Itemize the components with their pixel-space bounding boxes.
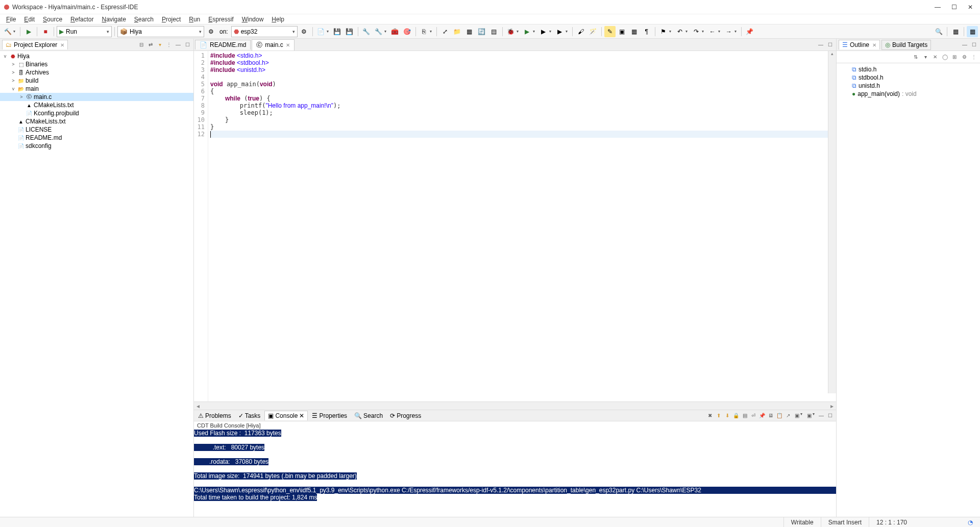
tree-item[interactable]: 📄README.md xyxy=(0,134,193,142)
project-combo[interactable]: 📦Hiya▾ xyxy=(117,26,204,37)
menu-source[interactable]: Source xyxy=(40,16,65,23)
step-icon[interactable]: ⎘ xyxy=(419,26,430,37)
project-tree[interactable]: v ⬣ Hiya >⬚Binaries>🗄Archives>📁buildv📂ma… xyxy=(0,51,193,517)
target-combo[interactable]: ⬣esp32▾ xyxy=(231,26,298,37)
run-green-icon[interactable]: ▶ xyxy=(522,26,533,37)
run-icon[interactable]: ▶ xyxy=(23,26,34,37)
lock-icon[interactable]: 🔒 xyxy=(732,412,740,420)
clear-icon[interactable]: ▤ xyxy=(741,412,749,420)
pin-icon[interactable]: 📌 xyxy=(744,26,755,37)
sort-icon[interactable]: ⇅ xyxy=(912,53,920,61)
save-icon[interactable]: 💾 xyxy=(332,26,343,37)
open-icon[interactable]: ↗ xyxy=(784,412,792,420)
menu-refactor[interactable]: Refactor xyxy=(67,16,96,23)
outline-tab[interactable]: ☰ Outline ✕ xyxy=(839,40,880,49)
wrap-icon[interactable]: ⏎ xyxy=(749,412,757,420)
outline-item[interactable]: ●app_main(void) : void xyxy=(837,90,980,98)
target-build-icon[interactable]: 🎯 xyxy=(402,26,413,37)
grid-icon[interactable]: ▦ xyxy=(629,26,640,37)
down-icon[interactable]: ⬇ xyxy=(723,412,731,420)
prev-icon[interactable]: ↶ xyxy=(674,26,685,37)
editor-tab[interactable]: 📄README.md xyxy=(195,40,251,49)
bottom-tab-problems[interactable]: ⚠Problems xyxy=(195,411,234,420)
next-icon[interactable]: ↷ xyxy=(691,26,702,37)
forward-icon[interactable]: → xyxy=(723,26,734,37)
remove-icon[interactable]: ✖ xyxy=(706,412,714,420)
wand-icon[interactable]: 🪄 xyxy=(587,26,599,37)
tree-item[interactable]: ▲CMakeLists.txt xyxy=(0,117,193,126)
perspective-icon[interactable]: ▦ xyxy=(950,26,961,37)
minimize-icon[interactable]: — xyxy=(817,412,825,420)
highlight-icon[interactable]: ✎ xyxy=(604,26,616,37)
display-icon[interactable]: 🖥 xyxy=(767,412,775,420)
tree-item[interactable]: v📂main xyxy=(0,85,193,93)
tree-item[interactable]: >🗄Archives xyxy=(0,68,193,77)
filter-icon[interactable]: ▾ xyxy=(156,41,164,49)
menu-navigate[interactable]: Navigate xyxy=(99,16,129,23)
tool-icon[interactable]: 🔧 xyxy=(361,26,372,37)
menu-window[interactable]: Window xyxy=(239,16,267,23)
perspective-c-icon[interactable]: ▦ xyxy=(967,26,978,37)
text-icon[interactable]: ¶ xyxy=(641,26,652,37)
tree-item[interactable]: >⬚Binaries xyxy=(0,60,193,68)
menu-project[interactable]: Project xyxy=(159,16,184,23)
tree-root[interactable]: v ⬣ Hiya xyxy=(0,52,193,60)
minimize-icon[interactable]: — xyxy=(961,41,969,49)
hide-static-icon[interactable]: ✕ xyxy=(931,53,939,61)
close-button[interactable]: ✕ xyxy=(967,4,974,11)
flag-icon[interactable]: ⚑ xyxy=(658,26,669,37)
folder-icon[interactable]: 📁 xyxy=(452,26,463,37)
stop-icon[interactable]: ■ xyxy=(40,26,51,37)
menu-icon[interactable]: ⋮ xyxy=(165,41,173,49)
explorer-tab[interactable]: 🗂 Project Explorer ✕ xyxy=(2,40,68,49)
back-icon[interactable]: ← xyxy=(707,26,718,37)
menu-search[interactable]: Search xyxy=(131,16,157,23)
maximize-icon[interactable]: ☐ xyxy=(826,412,834,420)
menu-run[interactable]: Run xyxy=(186,16,203,23)
bottom-tab-search[interactable]: 🔍Search xyxy=(351,411,386,420)
close-icon[interactable]: ✕ xyxy=(299,412,304,419)
build-targets-tab[interactable]: ◎ Build Targets xyxy=(881,40,931,50)
refresh-icon[interactable]: 🔄 xyxy=(476,26,487,37)
gear-icon[interactable]: ⚙ xyxy=(205,26,216,37)
close-icon[interactable]: ✕ xyxy=(872,42,876,48)
horizontal-scrollbar[interactable]: ◂▸ xyxy=(194,401,836,410)
close-icon[interactable]: ✕ xyxy=(286,42,290,48)
outline-item[interactable]: ⧉unistd.h xyxy=(837,82,980,90)
maximize-button[interactable]: ☐ xyxy=(950,4,958,11)
bottom-tab-progress[interactable]: ⟳Progress xyxy=(387,411,424,420)
code-editor[interactable]: 123456789101112 #include <stdio.h> #incl… xyxy=(194,51,836,401)
chip-icon[interactable]: ▦ xyxy=(464,26,475,37)
outline-item[interactable]: ⧉stdbool.h xyxy=(837,73,980,82)
vertical-scrollbar[interactable]: ▴ xyxy=(828,51,836,393)
outline-item[interactable]: ⧉stdio.h xyxy=(837,65,980,73)
coverage-icon[interactable]: ▶ xyxy=(538,26,549,37)
new-console-icon[interactable]: ▣ xyxy=(805,412,813,420)
editor-tab[interactable]: ⓒmain.c✕ xyxy=(252,39,294,51)
brush-icon[interactable]: 🖌 xyxy=(575,26,586,37)
menu-icon[interactable]: ⋮ xyxy=(970,53,978,61)
code-content[interactable]: #include <stdio.h> #include <stdbool.h> … xyxy=(208,51,836,401)
filter-icon[interactable]: ▤ xyxy=(488,26,500,37)
debug-icon[interactable]: 🐞 xyxy=(505,26,517,37)
copy-icon[interactable]: 📋 xyxy=(775,412,783,420)
menu-edit[interactable]: Edit xyxy=(21,16,38,23)
filter-fields-icon[interactable]: ▾ xyxy=(921,53,929,61)
wrench-icon[interactable]: 🔧 xyxy=(373,26,384,37)
external-tools-icon[interactable]: ▶ xyxy=(554,26,566,37)
tree-item[interactable]: >ⓒmain.c xyxy=(0,93,193,101)
close-icon[interactable]: ✕ xyxy=(60,42,64,48)
link-icon[interactable]: ⇄ xyxy=(146,41,155,49)
minimize-icon[interactable]: — xyxy=(817,41,825,49)
gear-icon[interactable]: ⚙ xyxy=(960,53,968,61)
bottom-tab-properties[interactable]: ☰Properties xyxy=(309,411,350,420)
terminal-icon[interactable]: ▣ xyxy=(793,412,801,420)
tree-item[interactable]: 📄sdkconfig xyxy=(0,142,193,150)
pin-icon[interactable]: 📌 xyxy=(758,412,766,420)
up-icon[interactable]: ⬆ xyxy=(715,412,723,420)
maximize-icon[interactable]: ☐ xyxy=(826,41,834,49)
tree-item[interactable]: 📄LICENSE xyxy=(0,126,193,134)
maximize-icon[interactable]: ☐ xyxy=(183,41,191,49)
gear-icon-2[interactable]: ⚙ xyxy=(299,26,310,37)
menu-espressif[interactable]: Espressif xyxy=(205,16,236,23)
